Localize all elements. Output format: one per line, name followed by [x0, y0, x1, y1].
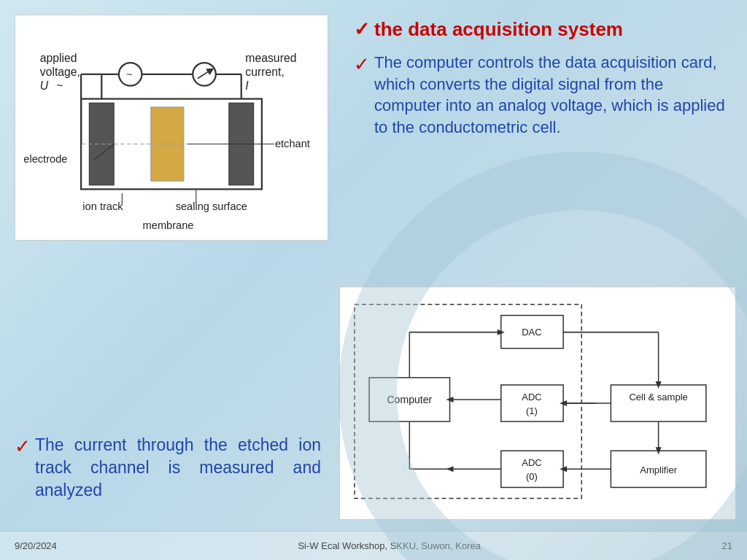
block-diagram-panel: Computer DAC ADC (1) ADC (0) Cell & samp… [339, 287, 736, 520]
electrode-diagram: applied voltage, U ~ measured current, I [15, 15, 328, 240]
svg-text:U: U [40, 79, 49, 92]
body-text-content: The computer controls the data acquisiti… [374, 52, 725, 139]
footer-center: Si-W Ecal Workshop, SKKU, Suwon, Korea [298, 540, 480, 551]
svg-text:Cell & sample: Cell & sample [629, 392, 687, 402]
svg-marker-57 [446, 466, 454, 472]
title-line: ✓ the data acquisition system [354, 18, 725, 41]
svg-text:(0): (0) [526, 471, 538, 482]
svg-text:ADC: ADC [522, 457, 542, 468]
svg-text:~: ~ [56, 79, 63, 92]
svg-text:ADC: ADC [522, 392, 542, 402]
svg-text:etchant: etchant [275, 138, 310, 149]
title-text: the data acquisition system [374, 18, 623, 41]
body-checkmark: ✓ [354, 52, 370, 77]
bottom-text-content: The current through the etched ion track… [35, 434, 321, 502]
block-diagram-svg: Computer DAC ADC (1) ADC (0) Cell & samp… [347, 295, 728, 512]
svg-text:sealing surface: sealing surface [176, 201, 247, 212]
svg-text:DAC: DAC [522, 327, 542, 338]
svg-text:Amplifier: Amplifier [640, 464, 677, 475]
svg-text:(1): (1) [526, 405, 538, 416]
bottom-checkmark: ✓ [15, 434, 31, 459]
bottom-left-text-panel: ✓ The current through the etched ion tra… [15, 434, 321, 502]
slide-container: applied voltage, U ~ measured current, I [0, 0, 747, 560]
svg-text:I: I [245, 79, 249, 92]
footer: 9/20/2024 Si-W Ecal Workshop, SKKU, Suwo… [0, 531, 747, 560]
svg-text:voltage,: voltage, [40, 66, 80, 78]
svg-text:applied: applied [40, 52, 77, 64]
body-text: ✓ The computer controls the data acquisi… [354, 52, 725, 139]
svg-rect-43 [611, 385, 706, 421]
svg-text:measured: measured [245, 52, 296, 64]
svg-text:~: ~ [126, 69, 133, 80]
svg-text:electrode: electrode [23, 153, 67, 165]
svg-text:Computer: Computer [387, 394, 432, 405]
footer-page: 21 [722, 540, 732, 551]
text-panel-top: ✓ the data acquisition system ✓ The comp… [343, 11, 736, 146]
svg-text:current,: current, [245, 66, 284, 78]
svg-text:membrane: membrane [143, 219, 194, 231]
title-checkmark: ✓ [354, 18, 370, 41]
footer-date: 9/20/2024 [15, 540, 57, 551]
electrode-diagram-panel: applied voltage, U ~ measured current, I [15, 15, 328, 241]
svg-text:ion track: ion track [82, 201, 123, 212]
